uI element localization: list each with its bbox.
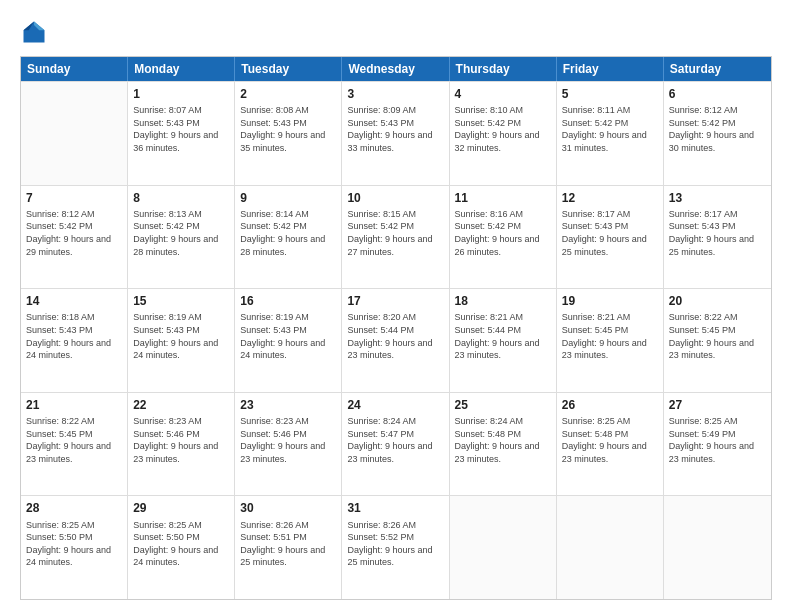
header-day-monday: Monday — [128, 57, 235, 81]
calendar-cell: 2Sunrise: 8:08 AMSunset: 5:43 PMDaylight… — [235, 82, 342, 185]
calendar-cell — [21, 82, 128, 185]
day-number: 10 — [347, 190, 443, 206]
day-number: 13 — [669, 190, 766, 206]
calendar-cell: 4Sunrise: 8:10 AMSunset: 5:42 PMDaylight… — [450, 82, 557, 185]
calendar-cell: 5Sunrise: 8:11 AMSunset: 5:42 PMDaylight… — [557, 82, 664, 185]
day-number: 1 — [133, 86, 229, 102]
calendar-row-3: 14Sunrise: 8:18 AMSunset: 5:43 PMDayligh… — [21, 288, 771, 392]
day-number: 25 — [455, 397, 551, 413]
day-number: 6 — [669, 86, 766, 102]
day-info: Sunrise: 8:15 AMSunset: 5:42 PMDaylight:… — [347, 208, 443, 258]
day-info: Sunrise: 8:17 AMSunset: 5:43 PMDaylight:… — [669, 208, 766, 258]
day-info: Sunrise: 8:21 AMSunset: 5:44 PMDaylight:… — [455, 311, 551, 361]
calendar-row-5: 28Sunrise: 8:25 AMSunset: 5:50 PMDayligh… — [21, 495, 771, 599]
calendar-cell: 1Sunrise: 8:07 AMSunset: 5:43 PMDaylight… — [128, 82, 235, 185]
day-number: 24 — [347, 397, 443, 413]
day-info: Sunrise: 8:23 AMSunset: 5:46 PMDaylight:… — [133, 415, 229, 465]
day-number: 15 — [133, 293, 229, 309]
day-info: Sunrise: 8:10 AMSunset: 5:42 PMDaylight:… — [455, 104, 551, 154]
calendar-cell — [450, 496, 557, 599]
calendar: SundayMondayTuesdayWednesdayThursdayFrid… — [20, 56, 772, 600]
day-info: Sunrise: 8:16 AMSunset: 5:42 PMDaylight:… — [455, 208, 551, 258]
calendar-cell: 6Sunrise: 8:12 AMSunset: 5:42 PMDaylight… — [664, 82, 771, 185]
day-info: Sunrise: 8:25 AMSunset: 5:49 PMDaylight:… — [669, 415, 766, 465]
calendar-cell: 16Sunrise: 8:19 AMSunset: 5:43 PMDayligh… — [235, 289, 342, 392]
header — [20, 18, 772, 46]
day-info: Sunrise: 8:14 AMSunset: 5:42 PMDaylight:… — [240, 208, 336, 258]
calendar-cell — [664, 496, 771, 599]
header-day-thursday: Thursday — [450, 57, 557, 81]
day-number: 19 — [562, 293, 658, 309]
calendar-cell: 30Sunrise: 8:26 AMSunset: 5:51 PMDayligh… — [235, 496, 342, 599]
calendar-cell: 28Sunrise: 8:25 AMSunset: 5:50 PMDayligh… — [21, 496, 128, 599]
day-info: Sunrise: 8:24 AMSunset: 5:47 PMDaylight:… — [347, 415, 443, 465]
calendar-cell: 18Sunrise: 8:21 AMSunset: 5:44 PMDayligh… — [450, 289, 557, 392]
day-number: 9 — [240, 190, 336, 206]
day-number: 4 — [455, 86, 551, 102]
calendar-cell: 19Sunrise: 8:21 AMSunset: 5:45 PMDayligh… — [557, 289, 664, 392]
day-info: Sunrise: 8:23 AMSunset: 5:46 PMDaylight:… — [240, 415, 336, 465]
day-info: Sunrise: 8:25 AMSunset: 5:50 PMDaylight:… — [133, 519, 229, 569]
calendar-row-4: 21Sunrise: 8:22 AMSunset: 5:45 PMDayligh… — [21, 392, 771, 496]
calendar-cell: 23Sunrise: 8:23 AMSunset: 5:46 PMDayligh… — [235, 393, 342, 496]
day-number: 14 — [26, 293, 122, 309]
calendar-cell: 10Sunrise: 8:15 AMSunset: 5:42 PMDayligh… — [342, 186, 449, 289]
page: SundayMondayTuesdayWednesdayThursdayFrid… — [0, 0, 792, 612]
day-number: 8 — [133, 190, 229, 206]
day-number: 29 — [133, 500, 229, 516]
calendar-cell: 15Sunrise: 8:19 AMSunset: 5:43 PMDayligh… — [128, 289, 235, 392]
day-number: 26 — [562, 397, 658, 413]
day-number: 5 — [562, 86, 658, 102]
day-info: Sunrise: 8:09 AMSunset: 5:43 PMDaylight:… — [347, 104, 443, 154]
day-info: Sunrise: 8:12 AMSunset: 5:42 PMDaylight:… — [669, 104, 766, 154]
day-info: Sunrise: 8:07 AMSunset: 5:43 PMDaylight:… — [133, 104, 229, 154]
calendar-cell: 17Sunrise: 8:20 AMSunset: 5:44 PMDayligh… — [342, 289, 449, 392]
calendar-cell: 14Sunrise: 8:18 AMSunset: 5:43 PMDayligh… — [21, 289, 128, 392]
day-info: Sunrise: 8:22 AMSunset: 5:45 PMDaylight:… — [26, 415, 122, 465]
logo-icon — [20, 18, 48, 46]
day-number: 31 — [347, 500, 443, 516]
calendar-cell: 25Sunrise: 8:24 AMSunset: 5:48 PMDayligh… — [450, 393, 557, 496]
day-info: Sunrise: 8:21 AMSunset: 5:45 PMDaylight:… — [562, 311, 658, 361]
day-info: Sunrise: 8:19 AMSunset: 5:43 PMDaylight:… — [133, 311, 229, 361]
calendar-cell: 24Sunrise: 8:24 AMSunset: 5:47 PMDayligh… — [342, 393, 449, 496]
calendar-cell: 20Sunrise: 8:22 AMSunset: 5:45 PMDayligh… — [664, 289, 771, 392]
day-info: Sunrise: 8:25 AMSunset: 5:48 PMDaylight:… — [562, 415, 658, 465]
day-info: Sunrise: 8:11 AMSunset: 5:42 PMDaylight:… — [562, 104, 658, 154]
day-info: Sunrise: 8:20 AMSunset: 5:44 PMDaylight:… — [347, 311, 443, 361]
day-number: 27 — [669, 397, 766, 413]
calendar-cell: 3Sunrise: 8:09 AMSunset: 5:43 PMDaylight… — [342, 82, 449, 185]
header-day-saturday: Saturday — [664, 57, 771, 81]
day-info: Sunrise: 8:13 AMSunset: 5:42 PMDaylight:… — [133, 208, 229, 258]
day-info: Sunrise: 8:08 AMSunset: 5:43 PMDaylight:… — [240, 104, 336, 154]
day-info: Sunrise: 8:26 AMSunset: 5:51 PMDaylight:… — [240, 519, 336, 569]
day-number: 3 — [347, 86, 443, 102]
calendar-row-1: 1Sunrise: 8:07 AMSunset: 5:43 PMDaylight… — [21, 81, 771, 185]
day-number: 30 — [240, 500, 336, 516]
calendar-header: SundayMondayTuesdayWednesdayThursdayFrid… — [21, 57, 771, 81]
day-number: 11 — [455, 190, 551, 206]
calendar-cell: 21Sunrise: 8:22 AMSunset: 5:45 PMDayligh… — [21, 393, 128, 496]
calendar-cell: 31Sunrise: 8:26 AMSunset: 5:52 PMDayligh… — [342, 496, 449, 599]
day-number: 23 — [240, 397, 336, 413]
calendar-cell: 22Sunrise: 8:23 AMSunset: 5:46 PMDayligh… — [128, 393, 235, 496]
day-info: Sunrise: 8:12 AMSunset: 5:42 PMDaylight:… — [26, 208, 122, 258]
day-info: Sunrise: 8:18 AMSunset: 5:43 PMDaylight:… — [26, 311, 122, 361]
header-day-wednesday: Wednesday — [342, 57, 449, 81]
calendar-cell: 13Sunrise: 8:17 AMSunset: 5:43 PMDayligh… — [664, 186, 771, 289]
calendar-body: 1Sunrise: 8:07 AMSunset: 5:43 PMDaylight… — [21, 81, 771, 599]
calendar-cell: 7Sunrise: 8:12 AMSunset: 5:42 PMDaylight… — [21, 186, 128, 289]
day-number: 22 — [133, 397, 229, 413]
calendar-cell: 11Sunrise: 8:16 AMSunset: 5:42 PMDayligh… — [450, 186, 557, 289]
day-number: 12 — [562, 190, 658, 206]
day-number: 28 — [26, 500, 122, 516]
day-info: Sunrise: 8:24 AMSunset: 5:48 PMDaylight:… — [455, 415, 551, 465]
day-number: 7 — [26, 190, 122, 206]
day-number: 2 — [240, 86, 336, 102]
logo — [20, 18, 52, 46]
header-day-friday: Friday — [557, 57, 664, 81]
calendar-cell: 9Sunrise: 8:14 AMSunset: 5:42 PMDaylight… — [235, 186, 342, 289]
calendar-cell: 29Sunrise: 8:25 AMSunset: 5:50 PMDayligh… — [128, 496, 235, 599]
day-number: 17 — [347, 293, 443, 309]
day-number: 21 — [26, 397, 122, 413]
